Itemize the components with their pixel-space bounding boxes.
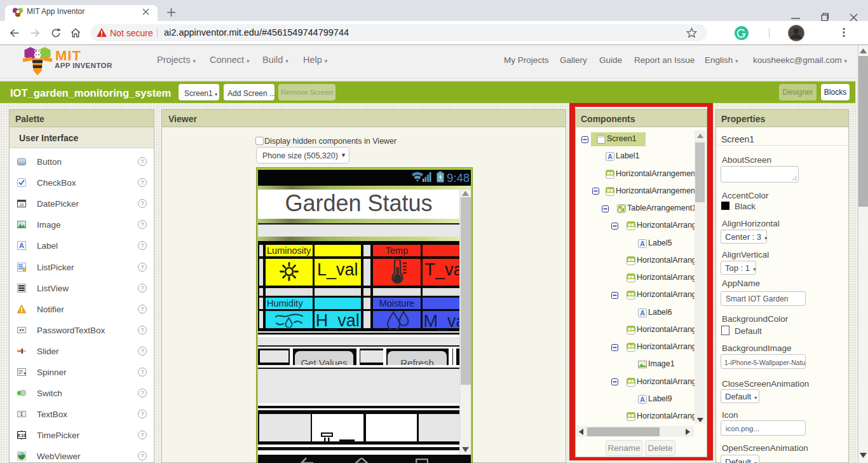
svg-text:8:10: 8:10 (17, 433, 25, 438)
svg-text:A: A (19, 242, 24, 249)
svg-text:20: 20 (20, 203, 24, 207)
